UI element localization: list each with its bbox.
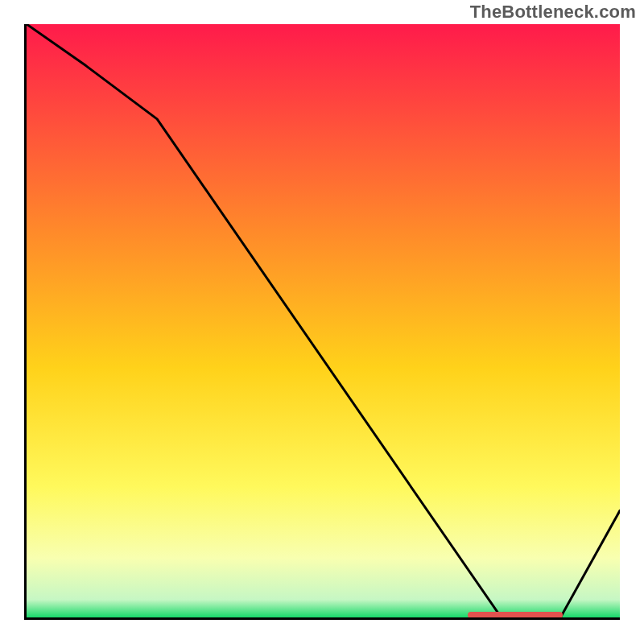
chart-svg [27, 24, 620, 617]
chart-container: TheBottleneck.com [0, 0, 644, 644]
optimum-range-marker [468, 612, 563, 618]
attribution-text: TheBottleneck.com [470, 2, 636, 23]
plot-area [24, 24, 620, 620]
gradient-background [27, 24, 620, 617]
